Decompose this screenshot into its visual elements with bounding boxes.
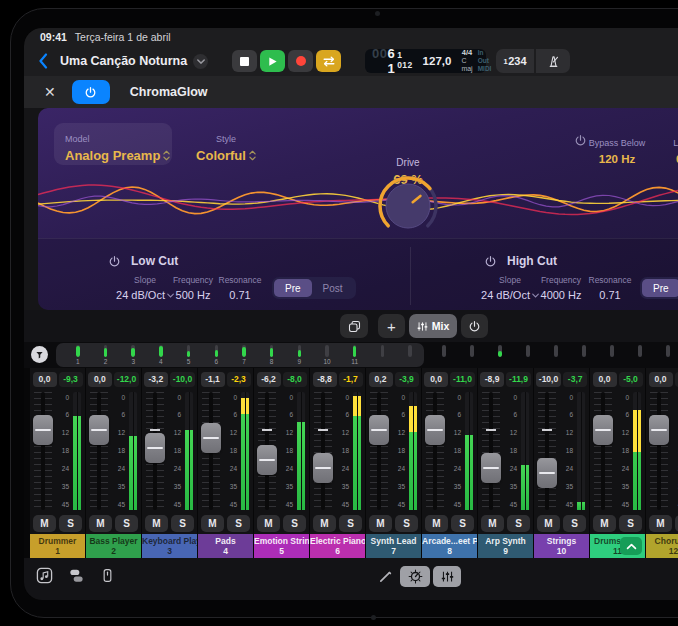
solo-button[interactable]: S bbox=[115, 515, 138, 532]
navigator-visible-window[interactable]: 1234567891011 bbox=[56, 343, 424, 367]
track-label[interactable]: Electric Piano 6 bbox=[310, 534, 365, 558]
duplicate-button[interactable] bbox=[340, 314, 368, 338]
high-cut-slope[interactable]: Slope 24 dB/Oct bbox=[481, 275, 539, 303]
volume-readout[interactable]: -10,0 bbox=[536, 372, 561, 387]
solo-button[interactable]: S bbox=[283, 515, 306, 532]
mute-button[interactable]: M bbox=[313, 515, 336, 532]
mixer-navigator[interactable]: 1234567891011 bbox=[24, 342, 678, 368]
track-label[interactable]: Emotion Strings 5 bbox=[254, 534, 309, 558]
volume-readout[interactable]: -6,2 bbox=[257, 372, 281, 387]
solo-button[interactable]: S bbox=[563, 515, 586, 532]
mixer-power-button[interactable] bbox=[461, 314, 488, 338]
level-control[interactable]: Level 0.0 bbox=[654, 132, 678, 165]
volume-readout[interactable]: 0,0 bbox=[649, 372, 673, 387]
volume-readout[interactable]: -8,8 bbox=[313, 372, 337, 387]
fader-handle[interactable] bbox=[425, 415, 445, 445]
lcd-display[interactable]: 006 11 012 127,0 4/4 C maj In Out MIDI bbox=[365, 49, 486, 73]
track-label[interactable]: Strings 10 bbox=[534, 534, 589, 558]
count-in-button[interactable]: 1234 bbox=[496, 49, 534, 73]
play-button[interactable] bbox=[260, 50, 285, 72]
solo-button[interactable]: S bbox=[619, 515, 642, 532]
track-label[interactable]: Drummer 1 bbox=[30, 534, 85, 558]
pre-button[interactable]: Pre bbox=[642, 279, 678, 297]
fader-handle[interactable] bbox=[481, 453, 501, 483]
solo-button[interactable]: S bbox=[59, 515, 82, 532]
low-cut-power-icon[interactable] bbox=[108, 255, 121, 268]
fader-handle[interactable] bbox=[89, 415, 109, 445]
track-label[interactable]: Drums 11 bbox=[590, 534, 645, 558]
low-cut-frequency[interactable]: Frequency 500 Hz bbox=[173, 275, 213, 303]
track-label[interactable]: Bass Player 2 bbox=[86, 534, 141, 558]
controls-view-button[interactable] bbox=[400, 566, 430, 587]
mix-button[interactable]: Mix bbox=[409, 314, 457, 338]
routing-icon[interactable] bbox=[68, 567, 85, 584]
volume-readout[interactable]: 0,2 bbox=[369, 372, 393, 387]
filter-icon[interactable] bbox=[31, 346, 48, 363]
fader-handle[interactable] bbox=[369, 415, 389, 445]
style-selector[interactable]: Style Colorful bbox=[180, 123, 272, 165]
plugin-power-button[interactable] bbox=[72, 80, 110, 104]
track-label[interactable]: Keyboard Player 3 bbox=[142, 534, 197, 558]
mute-button[interactable]: M bbox=[145, 515, 168, 532]
volume-readout[interactable]: -8,9 bbox=[480, 372, 504, 387]
volume-readout[interactable]: 0,0 bbox=[88, 372, 112, 387]
mute-button[interactable]: M bbox=[593, 515, 616, 532]
mute-button[interactable]: M bbox=[89, 515, 112, 532]
high-cut-resonance[interactable]: Resonance 0.71 bbox=[588, 275, 631, 303]
mute-button[interactable]: M bbox=[481, 515, 504, 532]
pre-button[interactable]: Pre bbox=[274, 279, 312, 297]
chevron-down-icon[interactable] bbox=[193, 54, 208, 69]
back-chevron-icon[interactable] bbox=[38, 51, 54, 71]
fader-handle[interactable] bbox=[201, 423, 221, 453]
volume-readout[interactable]: 0,0 bbox=[593, 372, 617, 387]
track-label[interactable]: Synth Lead 7 bbox=[366, 534, 421, 558]
mute-button[interactable]: M bbox=[33, 515, 56, 532]
solo-button[interactable]: S bbox=[227, 515, 250, 532]
edit-pencil-icon[interactable] bbox=[378, 569, 393, 584]
drive-knob[interactable] bbox=[376, 174, 440, 238]
solo-button[interactable]: S bbox=[507, 515, 530, 532]
track-label[interactable]: Pads 4 bbox=[198, 534, 253, 558]
song-title[interactable]: Uma Canção Noturna bbox=[60, 54, 210, 69]
cycle-button[interactable] bbox=[316, 50, 341, 72]
low-cut-resonance[interactable]: Resonance 0.71 bbox=[218, 275, 261, 303]
mute-button[interactable]: M bbox=[537, 515, 560, 532]
fader-handle[interactable] bbox=[593, 415, 613, 445]
stop-button[interactable] bbox=[232, 50, 257, 72]
record-button[interactable] bbox=[288, 50, 313, 72]
volume-readout[interactable]: -3,2 bbox=[144, 372, 168, 387]
volume-readout[interactable]: -1,1 bbox=[201, 372, 225, 387]
high-cut-frequency[interactable]: Frequency 4000 Hz bbox=[541, 275, 582, 303]
mute-button[interactable]: M bbox=[201, 515, 224, 532]
post-button[interactable]: Post bbox=[312, 279, 354, 297]
solo-button[interactable]: S bbox=[395, 515, 418, 532]
metronome-button[interactable] bbox=[536, 49, 570, 73]
bypass-below-control[interactable]: Bypass Below 120 Hz bbox=[584, 132, 650, 165]
fader-handle[interactable] bbox=[33, 415, 53, 445]
track-label[interactable]: Chorus V 12 bbox=[646, 534, 678, 558]
mute-button[interactable]: M bbox=[649, 515, 672, 532]
add-track-button[interactable]: + bbox=[378, 314, 405, 338]
fader-handle[interactable] bbox=[313, 453, 333, 483]
mute-button[interactable]: M bbox=[257, 515, 280, 532]
low-cut-slope[interactable]: Slope 24 dB/Oct bbox=[116, 275, 174, 303]
high-cut-power-icon[interactable] bbox=[484, 255, 497, 268]
mute-button[interactable]: M bbox=[369, 515, 392, 532]
volume-readout[interactable]: 0,0 bbox=[424, 372, 448, 387]
solo-button[interactable]: S bbox=[171, 515, 194, 532]
close-icon[interactable]: ✕ bbox=[44, 85, 56, 99]
fader-handle[interactable] bbox=[257, 445, 277, 475]
solo-button[interactable]: S bbox=[451, 515, 474, 532]
model-selector[interactable]: Model Analog Preamp bbox=[54, 123, 172, 165]
collapse-track-button[interactable] bbox=[620, 537, 642, 555]
loop-browser-icon[interactable] bbox=[36, 567, 53, 584]
mute-button[interactable]: M bbox=[425, 515, 448, 532]
mixer-view-button[interactable] bbox=[433, 566, 461, 587]
track-label[interactable]: Arp Synth 9 bbox=[478, 534, 533, 558]
controller-icon[interactable] bbox=[100, 567, 115, 584]
fader-handle[interactable] bbox=[649, 415, 669, 445]
fader-handle[interactable] bbox=[145, 433, 165, 463]
fader-handle[interactable] bbox=[537, 458, 557, 488]
solo-button[interactable]: S bbox=[339, 515, 362, 532]
volume-readout[interactable]: 0,0 bbox=[33, 372, 57, 387]
